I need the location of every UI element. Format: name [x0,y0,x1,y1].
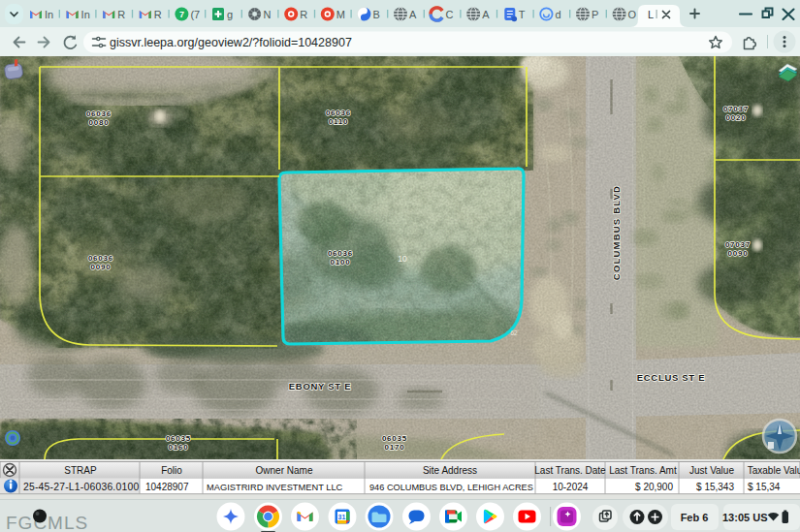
svg-text:Folio: Folio [161,465,182,476]
svg-text:R: R [300,9,307,20]
svg-text:06036: 06036 [86,110,112,118]
svg-text:In: In [45,9,53,20]
svg-text:0090: 0090 [728,249,749,258]
svg-text:0160: 0160 [169,443,189,452]
svg-text:Site Address: Site Address [423,465,477,476]
svg-text:06036: 06036 [88,254,113,263]
svg-text:$ 15,34: $ 15,34 [748,482,781,492]
svg-text:10428907: 10428907 [145,482,189,492]
svg-text:Last Trans. Date: Last Trans. Date [534,465,606,476]
svg-text:$ 20,900: $ 20,900 [635,482,673,492]
svg-text:In: In [81,9,90,20]
svg-text:13:05 US: 13:05 US [722,512,767,523]
svg-text:0170: 0170 [385,443,405,452]
svg-text:O: O [628,9,637,20]
svg-text:10: 10 [398,254,407,264]
svg-text:$ 15,343: $ 15,343 [696,482,734,492]
svg-text:Just Value: Just Value [689,465,734,476]
svg-text:10-2024: 10-2024 [553,482,589,492]
svg-text:7: 7 [179,10,184,19]
svg-text:N: N [264,9,272,20]
svg-text:R: R [117,9,125,20]
svg-text:A: A [409,9,417,20]
svg-text:Taxable Valu: Taxable Valu [748,465,800,476]
svg-text:Owner Name: Owner Name [256,465,313,476]
svg-text:Last Trans. Amt: Last Trans. Amt [609,465,677,476]
svg-text:06035: 06035 [382,434,407,443]
svg-text:L: L [648,9,654,20]
svg-text:06035: 06035 [166,434,191,443]
svg-text:COLUMBUS BLVD: COLUMBUS BLVD [611,185,622,280]
svg-text:T: T [519,9,526,20]
svg-text:(7: (7 [190,9,200,20]
svg-text:MAGISTRIRD INVESTMENT LLC: MAGISTRIRD INVESTMENT LLC [207,483,343,492]
svg-text:B: B [372,9,379,20]
svg-text:06036: 06036 [328,249,353,258]
svg-text:31: 31 [338,514,346,520]
svg-text:0110: 0110 [329,117,349,126]
svg-text:0080: 0080 [89,118,110,127]
svg-text:d: d [555,9,560,20]
svg-text:0020: 0020 [726,113,747,122]
svg-text:A: A [482,9,490,20]
svg-text:62: 62 [510,329,518,336]
svg-text:C: C [446,9,454,20]
svg-text:M: M [336,9,345,20]
svg-text:R: R [154,9,162,20]
svg-text:P: P [592,9,598,20]
svg-text:07037: 07037 [725,240,751,249]
svg-text:Feb 6: Feb 6 [681,512,709,523]
svg-text:06036: 06036 [326,109,351,117]
svg-text:946 COLUMBUS BLVD, LEHIGH ACRE: 946 COLUMBUS BLVD, LEHIGH ACRES [369,483,533,492]
svg-text:0100: 0100 [331,258,351,266]
svg-text:25-45-27-L1-06036.0100: 25-45-27-L1-06036.0100 [23,482,139,492]
svg-text:EBONY ST E: EBONY ST E [289,381,351,391]
svg-text:STRAP: STRAP [64,465,97,476]
svg-text:gissvr.leepa.org/geoview2/?fol: gissvr.leepa.org/geoview2/?folioid=10428… [110,36,352,49]
svg-text:FGCMLS: FGCMLS [6,513,88,532]
svg-text:g: g [227,9,233,20]
svg-text:07037: 07037 [723,105,749,113]
svg-text:ECCLUS ST E: ECCLUS ST E [637,372,706,383]
svg-text:0090: 0090 [91,263,112,271]
